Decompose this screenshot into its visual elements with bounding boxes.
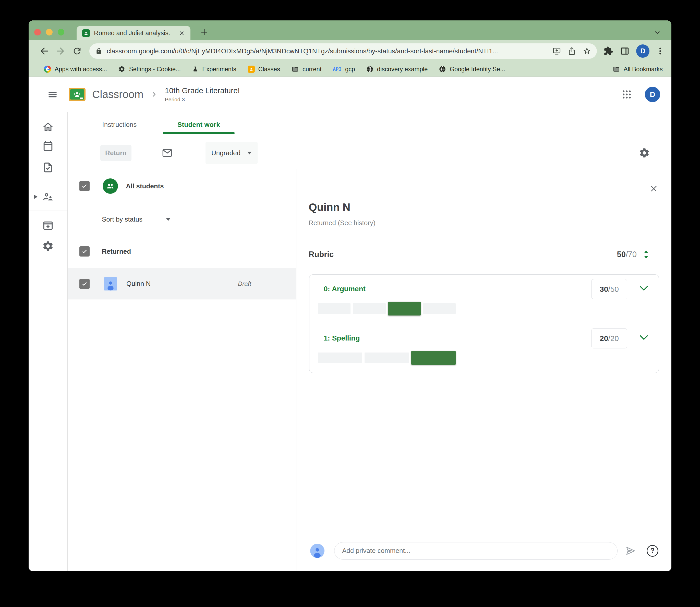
- bookmark-star-icon[interactable]: [582, 47, 591, 56]
- account-avatar[interactable]: D: [645, 87, 660, 102]
- share-icon[interactable]: [568, 47, 576, 56]
- tab-search-chevron-icon[interactable]: [653, 28, 662, 36]
- returned-group-row[interactable]: Returned: [79, 246, 131, 256]
- rubric-level[interactable]: [318, 353, 362, 363]
- browser-profile-avatar[interactable]: D: [636, 44, 650, 58]
- gear-icon: [118, 66, 125, 73]
- rubric-level-selected[interactable]: [411, 351, 456, 365]
- close-window-button[interactable]: [34, 29, 41, 36]
- install-app-icon[interactable]: [552, 47, 561, 56]
- expand-arrow-icon[interactable]: [34, 194, 38, 199]
- commenter-avatar: [310, 544, 325, 558]
- minimize-window-button[interactable]: [46, 29, 53, 36]
- rubric-level-selected[interactable]: [388, 302, 421, 315]
- rubric-level[interactable]: [423, 303, 456, 314]
- bookmark-item[interactable]: API gcp: [333, 66, 355, 73]
- settings-icon[interactable]: [42, 240, 54, 252]
- criterion-name[interactable]: 1: Spelling: [324, 334, 360, 342]
- tab-instructions[interactable]: Instructions: [91, 112, 148, 137]
- email-icon[interactable]: [162, 149, 172, 157]
- google-apps-icon[interactable]: [621, 89, 632, 100]
- sort-dropdown[interactable]: Sort by status: [102, 213, 170, 226]
- browser-window: Romeo and Juliet analysis.: [28, 20, 672, 571]
- criterion-score-box[interactable]: 20/20: [591, 328, 627, 349]
- all-students-checkbox[interactable]: [79, 181, 89, 191]
- reload-icon[interactable]: [72, 46, 82, 56]
- all-students-row[interactable]: All students: [79, 179, 164, 194]
- folder-icon: [613, 66, 620, 72]
- app-name[interactable]: Classroom: [92, 88, 143, 101]
- rubric-level[interactable]: [365, 353, 409, 363]
- rubric-card: 0: Argument 30/50 1: Spelling 20/2: [309, 274, 659, 373]
- chevron-down-icon[interactable]: [639, 285, 648, 292]
- teaching-icon[interactable]: [42, 191, 54, 203]
- all-students-label: All students: [126, 182, 164, 190]
- forward-icon[interactable]: [55, 46, 66, 57]
- new-tab-button[interactable]: [199, 26, 210, 38]
- rubric-total-score: 50/70: [617, 250, 637, 259]
- google-g-icon: [44, 66, 51, 73]
- rubric-criterion: 0: Argument 30/50: [309, 275, 659, 324]
- student-checkbox[interactable]: [79, 279, 89, 289]
- classroom-logo-icon[interactable]: [69, 88, 85, 101]
- student-avatar: [104, 277, 117, 291]
- tab-close-icon[interactable]: [178, 29, 186, 37]
- browser-toolbar: classroom.google.com/u/0/c/NjEyMDI4ODIxM…: [28, 40, 672, 62]
- score-stepper-icon[interactable]: [643, 250, 650, 259]
- tab-student-work[interactable]: Student work: [163, 112, 234, 137]
- help-icon[interactable]: ?: [647, 545, 658, 557]
- bookmark-item[interactable]: discovery example: [366, 66, 428, 73]
- rubric-level[interactable]: [318, 303, 351, 314]
- send-icon[interactable]: [625, 545, 636, 556]
- private-comment-input[interactable]: [334, 542, 618, 560]
- tab-title: Romeo and Juliet analysis.: [94, 29, 178, 37]
- caret-down-icon: [247, 152, 252, 154]
- bookmark-item[interactable]: Settings - Cookie...: [118, 66, 181, 73]
- calendar-icon[interactable]: [42, 140, 54, 152]
- returned-group-label: Returned: [102, 248, 131, 255]
- bookmark-item[interactable]: Classes: [248, 66, 280, 73]
- all-students-avatar: [103, 179, 118, 194]
- rubric-level[interactable]: [353, 303, 386, 314]
- bookmark-item[interactable]: current: [291, 66, 322, 73]
- returned-group-checkbox[interactable]: [79, 246, 89, 256]
- criterion-name[interactable]: 0: Argument: [324, 285, 366, 293]
- return-button[interactable]: Return: [100, 145, 131, 161]
- course-title[interactable]: 10th Grade Literature!: [165, 86, 240, 95]
- rubric-level-bar: [318, 351, 456, 365]
- chevron-down-icon[interactable]: [639, 335, 648, 341]
- bookmark-item[interactable]: Google Identity Se...: [439, 66, 505, 73]
- close-icon[interactable]: [650, 184, 658, 193]
- detail-status-line[interactable]: Returned (See history): [309, 219, 375, 227]
- to-review-icon[interactable]: [42, 162, 54, 173]
- home-icon[interactable]: [42, 121, 54, 133]
- browser-tab[interactable]: Romeo and Juliet analysis.: [77, 26, 190, 40]
- criterion-score-box[interactable]: 30/50: [591, 279, 627, 299]
- zoom-window-button[interactable]: [58, 29, 64, 36]
- side-panel-icon[interactable]: [620, 46, 630, 56]
- student-row[interactable]: Quinn N Draft: [68, 268, 296, 299]
- rubric-criterion: 1: Spelling 20/20: [309, 324, 659, 373]
- rubric-label: Rubric: [309, 250, 334, 259]
- rubric-header: Rubric 50/70: [309, 250, 650, 259]
- kebab-menu-icon[interactable]: [656, 46, 665, 56]
- extensions-icon[interactable]: [603, 46, 613, 56]
- archived-classes-icon[interactable]: [42, 219, 54, 231]
- url-text: classroom.google.com/u/0/c/NjEyMDI4ODIxM…: [107, 47, 546, 55]
- bookmark-item[interactable]: Apps with access...: [44, 66, 107, 73]
- desktop-background: Romeo and Juliet analysis.: [0, 0, 700, 607]
- classroom-icon: [248, 66, 255, 73]
- navigation-rail: [28, 112, 68, 571]
- grade-filter-dropdown[interactable]: Ungraded: [206, 142, 258, 164]
- address-bar[interactable]: classroom.google.com/u/0/c/NjEyMDI4ODIxM…: [89, 43, 597, 59]
- all-bookmarks-button[interactable]: All Bookmarks: [613, 66, 663, 73]
- bookmark-item[interactable]: Experiments: [192, 66, 236, 73]
- grading-settings-icon[interactable]: [639, 147, 650, 159]
- browser-tab-strip: Romeo and Juliet analysis.: [28, 20, 672, 40]
- private-comment-bar: ?: [296, 530, 672, 571]
- lock-icon[interactable]: [96, 48, 102, 55]
- back-icon[interactable]: [39, 46, 49, 57]
- breadcrumb: 10th Grade Literature! Period 3: [165, 86, 240, 103]
- main-menu-icon[interactable]: [47, 89, 58, 100]
- breadcrumb-chevron-icon: [151, 91, 157, 98]
